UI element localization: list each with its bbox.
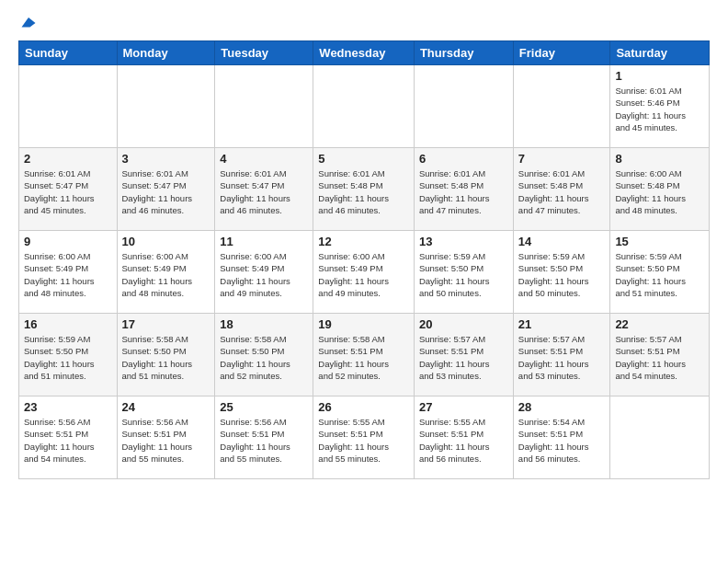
calendar-week-4: 16Sunrise: 5:59 AM Sunset: 5:50 PM Dayli… bbox=[19, 314, 710, 396]
calendar-cell: 2Sunrise: 6:01 AM Sunset: 5:47 PM Daylig… bbox=[19, 148, 118, 231]
calendar-header-row: SundayMondayTuesdayWednesdayThursdayFrid… bbox=[19, 41, 710, 65]
day-number: 7 bbox=[518, 152, 606, 166]
day-info: Sunrise: 6:01 AM Sunset: 5:47 PM Dayligh… bbox=[122, 167, 210, 216]
day-number: 20 bbox=[419, 317, 508, 331]
calendar-cell: 16Sunrise: 5:59 AM Sunset: 5:50 PM Dayli… bbox=[19, 314, 118, 396]
calendar-cell: 17Sunrise: 5:58 AM Sunset: 5:50 PM Dayli… bbox=[117, 314, 215, 396]
logo bbox=[18, 15, 37, 31]
day-info: Sunrise: 6:01 AM Sunset: 5:47 PM Dayligh… bbox=[220, 167, 308, 216]
logo-icon bbox=[20, 15, 37, 31]
day-info: Sunrise: 5:57 AM Sunset: 5:51 PM Dayligh… bbox=[518, 333, 606, 382]
day-header-tuesday: Tuesday bbox=[215, 41, 313, 65]
day-number: 4 bbox=[220, 152, 308, 166]
calendar-cell bbox=[313, 65, 415, 148]
day-number: 13 bbox=[419, 235, 508, 248]
header bbox=[18, 15, 710, 31]
calendar-cell: 13Sunrise: 5:59 AM Sunset: 5:50 PM Dayli… bbox=[414, 231, 513, 314]
day-number: 26 bbox=[318, 400, 409, 414]
day-info: Sunrise: 6:00 AM Sunset: 5:48 PM Dayligh… bbox=[615, 167, 704, 216]
calendar-cell: 12Sunrise: 6:00 AM Sunset: 5:49 PM Dayli… bbox=[313, 231, 415, 314]
day-info: Sunrise: 6:00 AM Sunset: 5:49 PM Dayligh… bbox=[24, 250, 112, 299]
day-info: Sunrise: 6:01 AM Sunset: 5:48 PM Dayligh… bbox=[419, 167, 508, 216]
day-number: 18 bbox=[220, 317, 308, 331]
calendar-cell: 1Sunrise: 6:01 AM Sunset: 5:46 PM Daylig… bbox=[610, 65, 710, 148]
day-info: Sunrise: 6:00 AM Sunset: 5:49 PM Dayligh… bbox=[122, 250, 210, 299]
day-number: 28 bbox=[518, 400, 606, 414]
day-info: Sunrise: 5:59 AM Sunset: 5:50 PM Dayligh… bbox=[518, 250, 606, 299]
day-number: 14 bbox=[518, 235, 606, 248]
day-number: 8 bbox=[615, 152, 704, 166]
day-number: 23 bbox=[24, 400, 112, 414]
calendar-cell: 28Sunrise: 5:54 AM Sunset: 5:51 PM Dayli… bbox=[513, 396, 610, 479]
day-info: Sunrise: 6:00 AM Sunset: 5:49 PM Dayligh… bbox=[318, 250, 409, 299]
calendar-cell: 4Sunrise: 6:01 AM Sunset: 5:47 PM Daylig… bbox=[215, 148, 313, 231]
day-info: Sunrise: 5:57 AM Sunset: 5:51 PM Dayligh… bbox=[419, 333, 508, 382]
day-number: 25 bbox=[220, 400, 308, 414]
svg-marker-0 bbox=[22, 17, 36, 28]
calendar: SundayMondayTuesdayWednesdayThursdayFrid… bbox=[18, 40, 710, 479]
day-number: 27 bbox=[419, 400, 508, 414]
calendar-cell: 22Sunrise: 5:57 AM Sunset: 5:51 PM Dayli… bbox=[610, 314, 710, 396]
day-info: Sunrise: 5:56 AM Sunset: 5:51 PM Dayligh… bbox=[24, 416, 112, 465]
calendar-cell: 11Sunrise: 6:00 AM Sunset: 5:49 PM Dayli… bbox=[215, 231, 313, 314]
calendar-cell: 9Sunrise: 6:00 AM Sunset: 5:49 PM Daylig… bbox=[19, 231, 118, 314]
day-info: Sunrise: 5:59 AM Sunset: 5:50 PM Dayligh… bbox=[24, 333, 112, 382]
day-number: 11 bbox=[220, 235, 308, 248]
calendar-cell: 15Sunrise: 5:59 AM Sunset: 5:50 PM Dayli… bbox=[610, 231, 710, 314]
calendar-cell: 10Sunrise: 6:00 AM Sunset: 5:49 PM Dayli… bbox=[117, 231, 215, 314]
day-number: 9 bbox=[24, 235, 112, 248]
calendar-cell: 26Sunrise: 5:55 AM Sunset: 5:51 PM Dayli… bbox=[313, 396, 415, 479]
calendar-week-2: 2Sunrise: 6:01 AM Sunset: 5:47 PM Daylig… bbox=[19, 148, 710, 231]
calendar-cell: 20Sunrise: 5:57 AM Sunset: 5:51 PM Dayli… bbox=[414, 314, 513, 396]
day-number: 3 bbox=[122, 152, 210, 166]
calendar-cell bbox=[19, 65, 118, 148]
day-header-thursday: Thursday bbox=[414, 41, 513, 65]
day-info: Sunrise: 6:01 AM Sunset: 5:46 PM Dayligh… bbox=[615, 85, 704, 133]
calendar-cell bbox=[610, 396, 710, 479]
calendar-cell: 27Sunrise: 5:55 AM Sunset: 5:51 PM Dayli… bbox=[414, 396, 513, 479]
calendar-cell: 5Sunrise: 6:01 AM Sunset: 5:48 PM Daylig… bbox=[313, 148, 415, 231]
calendar-cell bbox=[414, 65, 513, 148]
day-number: 10 bbox=[122, 235, 210, 248]
day-info: Sunrise: 5:56 AM Sunset: 5:51 PM Dayligh… bbox=[122, 416, 210, 465]
calendar-cell: 25Sunrise: 5:56 AM Sunset: 5:51 PM Dayli… bbox=[215, 396, 313, 479]
day-info: Sunrise: 5:57 AM Sunset: 5:51 PM Dayligh… bbox=[615, 333, 704, 382]
day-number: 16 bbox=[24, 317, 112, 331]
calendar-cell bbox=[117, 65, 215, 148]
day-info: Sunrise: 6:01 AM Sunset: 5:48 PM Dayligh… bbox=[318, 167, 409, 216]
day-info: Sunrise: 5:58 AM Sunset: 5:50 PM Dayligh… bbox=[220, 333, 308, 382]
day-header-saturday: Saturday bbox=[610, 41, 710, 65]
calendar-cell: 23Sunrise: 5:56 AM Sunset: 5:51 PM Dayli… bbox=[19, 396, 118, 479]
day-number: 15 bbox=[615, 235, 704, 248]
day-number: 6 bbox=[419, 152, 508, 166]
day-info: Sunrise: 5:58 AM Sunset: 5:51 PM Dayligh… bbox=[318, 333, 409, 382]
day-header-monday: Monday bbox=[117, 41, 215, 65]
day-info: Sunrise: 6:01 AM Sunset: 5:48 PM Dayligh… bbox=[518, 167, 606, 216]
day-number: 19 bbox=[318, 317, 409, 331]
calendar-week-5: 23Sunrise: 5:56 AM Sunset: 5:51 PM Dayli… bbox=[19, 396, 710, 479]
calendar-cell: 8Sunrise: 6:00 AM Sunset: 5:48 PM Daylig… bbox=[610, 148, 710, 231]
day-header-friday: Friday bbox=[513, 41, 610, 65]
calendar-cell: 3Sunrise: 6:01 AM Sunset: 5:47 PM Daylig… bbox=[117, 148, 215, 231]
day-info: Sunrise: 6:01 AM Sunset: 5:47 PM Dayligh… bbox=[24, 167, 112, 216]
day-number: 22 bbox=[615, 317, 704, 331]
calendar-cell bbox=[513, 65, 610, 148]
calendar-week-1: 1Sunrise: 6:01 AM Sunset: 5:46 PM Daylig… bbox=[19, 65, 710, 148]
day-header-wednesday: Wednesday bbox=[313, 41, 415, 65]
calendar-cell: 18Sunrise: 5:58 AM Sunset: 5:50 PM Dayli… bbox=[215, 314, 313, 396]
day-number: 12 bbox=[318, 235, 409, 248]
calendar-cell: 21Sunrise: 5:57 AM Sunset: 5:51 PM Dayli… bbox=[513, 314, 610, 396]
calendar-cell bbox=[215, 65, 313, 148]
day-info: Sunrise: 5:55 AM Sunset: 5:51 PM Dayligh… bbox=[318, 416, 409, 465]
day-info: Sunrise: 5:59 AM Sunset: 5:50 PM Dayligh… bbox=[615, 250, 704, 299]
day-header-sunday: Sunday bbox=[19, 41, 118, 65]
day-number: 21 bbox=[518, 317, 606, 331]
day-info: Sunrise: 5:59 AM Sunset: 5:50 PM Dayligh… bbox=[419, 250, 508, 299]
day-info: Sunrise: 5:56 AM Sunset: 5:51 PM Dayligh… bbox=[220, 416, 308, 465]
day-info: Sunrise: 5:54 AM Sunset: 5:51 PM Dayligh… bbox=[518, 416, 606, 465]
day-number: 2 bbox=[24, 152, 112, 166]
calendar-cell: 24Sunrise: 5:56 AM Sunset: 5:51 PM Dayli… bbox=[117, 396, 215, 479]
day-info: Sunrise: 6:00 AM Sunset: 5:49 PM Dayligh… bbox=[220, 250, 308, 299]
day-number: 1 bbox=[615, 69, 704, 83]
day-info: Sunrise: 5:58 AM Sunset: 5:50 PM Dayligh… bbox=[122, 333, 210, 382]
